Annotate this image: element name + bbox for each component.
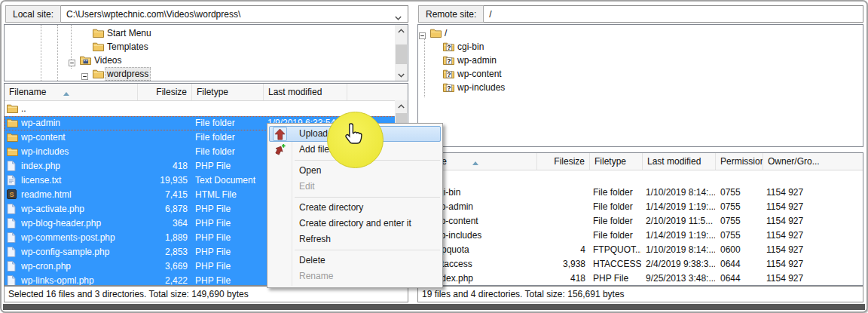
file-name: wp-cron.php — [21, 259, 137, 274]
menu-item-label: Rename — [299, 271, 333, 281]
tree-item-start-menu[interactable]: Start Menu — [5, 26, 408, 40]
tree-item-wp-admin[interactable]: ? wp-admin — [418, 54, 863, 67]
menu-item-edit[interactable]: Edit — [267, 179, 442, 195]
file-row--[interactable]: .. — [418, 171, 863, 186]
file-name: index.php — [21, 159, 137, 173]
local-site-path-combobox[interactable]: C:\Users\wptechnic.com\Videos\wordpress\ — [61, 5, 408, 23]
remote-status-bar: 19 files and 4 directories. Total size: … — [417, 286, 863, 302]
file-name: .ftpquota — [434, 243, 536, 257]
chevron-down-icon[interactable] — [395, 12, 402, 17]
file-type: PHP File — [195, 231, 269, 245]
scroll-up-icon[interactable] — [395, 25, 408, 36]
column-header-last-modified[interactable]: Last modified — [264, 84, 347, 100]
file-row-wp-admin[interactable]: wp-admin File folder 1/14/2019 1:19:... … — [418, 200, 863, 214]
menu-separator — [295, 250, 440, 250]
file-permissions: 0644 — [720, 257, 762, 272]
tree-item-wp-content[interactable]: ? wp-content — [418, 67, 863, 81]
horizontal-splitter-bar[interactable] — [3, 304, 865, 310]
menu-item-create-directory[interactable]: Create directory — [267, 200, 442, 216]
file-row--htaccess[interactable]: .htaccess 3,938 HTACCESS... 2/4/2019 9:3… — [418, 257, 863, 272]
folder-q-icon: ? — [443, 82, 454, 96]
menu-item-refresh[interactable]: Refresh — [267, 232, 442, 247]
local-list-header: Filename Filesize Filetype Last modified — [5, 84, 408, 101]
menu-item-label: Delete — [299, 255, 326, 265]
file-type: File folder — [593, 214, 641, 229]
file-row-wp-includes[interactable]: wp-includes File folder 1/14/2019 1:19:.… — [418, 229, 863, 243]
remote-file-list-pane: Name Filesize Filetype Last modified Per… — [417, 152, 863, 286]
local-site-label: Local site: — [5, 5, 61, 23]
svg-text:?: ? — [447, 71, 451, 78]
scroll-down-icon[interactable] — [395, 69, 408, 81]
file-modified: 1/10/2019 8:14:... — [646, 243, 715, 257]
file-name: wp-includes — [434, 229, 536, 243]
menu-item-label: Edit — [299, 181, 315, 192]
file-type: PHP File — [195, 245, 269, 259]
file-type: FTPQUOT... — [593, 243, 641, 257]
column-header-owner-group[interactable]: Owner/Gro... — [763, 153, 863, 170]
file-name: wp-content — [21, 130, 137, 145]
file-size: 2,422 — [138, 274, 188, 286]
expander-minus-icon[interactable] — [81, 70, 88, 81]
file-permissions: 0755 — [720, 229, 762, 243]
file-permissions: 0755 — [720, 200, 762, 214]
tree-item-label: cgi-bin — [455, 40, 486, 54]
tree-item-cgi-bin[interactable]: ? cgi-bin — [418, 40, 863, 54]
file-name: wp-activate.php — [21, 202, 137, 216]
file-type: HTML File — [195, 188, 269, 202]
tree-item-wp-includes[interactable]: ? wp-includes — [418, 81, 863, 94]
file-size: 3,938 — [537, 257, 585, 272]
file-size: 418 — [138, 159, 188, 173]
menu-item-icon — [273, 180, 287, 194]
column-header-filesize[interactable]: Filesize — [537, 153, 590, 170]
file-owner-group: 1154 927 — [766, 272, 863, 286]
file-modified: 1/10/2019 8:14:... — [646, 186, 715, 200]
file-name: wp-links-opml.php — [21, 274, 137, 286]
file-name: cgi-bin — [434, 186, 536, 200]
local-tree-scrollbar[interactable] — [395, 25, 408, 81]
file-type: File folder — [195, 145, 269, 159]
column-header-filetype[interactable]: Filetype — [192, 84, 264, 100]
menu-item-label: Create directory and enter it — [299, 218, 411, 229]
column-header-permissions[interactable]: Permissions — [716, 153, 763, 170]
click-highlight-circle — [327, 112, 384, 168]
menu-item-icon — [273, 269, 287, 284]
file-row--[interactable]: .. — [5, 102, 396, 116]
file-name: wp-admin — [21, 116, 137, 130]
scrollbar-thumb[interactable] — [396, 44, 407, 64]
remote-status-text: 19 files and 4 directories. Total size: … — [422, 289, 625, 299]
remote-site-path-combobox[interactable]: / — [484, 5, 863, 23]
file-row-cgi-bin[interactable]: cgi-bin File folder 1/10/2019 8:14:... 0… — [418, 186, 863, 200]
local-status-bar: Selected 16 files and 3 directories. Tot… — [4, 286, 408, 302]
file-row-wp-content[interactable]: wp-content File folder 2/10/2019 11:5...… — [418, 214, 863, 229]
tree-item-wordpress[interactable]: wordpress — [5, 67, 408, 81]
column-header-last-modified[interactable]: Last modified — [643, 153, 716, 170]
file-type: PHP File — [195, 216, 269, 231]
menu-separator — [295, 197, 440, 198]
scroll-up-icon[interactable] — [395, 100, 408, 112]
file-type: File folder — [195, 116, 269, 130]
tree-item--[interactable]: / — [418, 26, 863, 40]
column-header-filename[interactable]: Filename — [5, 84, 138, 100]
file-size: 19,935 — [138, 173, 188, 188]
file-name: .. — [434, 171, 536, 186]
file-size: 3,669 — [138, 259, 188, 274]
file-name: index.php — [434, 272, 536, 286]
file-row--ftpquota[interactable]: .ftpquota 4 FTPQUOT... 1/10/2019 8:14:..… — [418, 243, 863, 257]
menu-item-icon — [273, 164, 287, 178]
menu-item-create-directory-and-enter-it[interactable]: Create directory and enter it — [267, 216, 442, 232]
queue-arrow-icon — [273, 143, 287, 157]
tree-item-templates[interactable]: Templates — [5, 40, 408, 54]
column-header-filetype[interactable]: Filetype — [590, 153, 643, 170]
tree-item-label: wordpress — [105, 67, 151, 81]
file-type: PHP File — [195, 159, 269, 173]
menu-item-delete[interactable]: Delete — [267, 253, 442, 269]
file-name: readme.html — [21, 188, 137, 202]
file-modified: 2/4/2019 9:38:3... — [646, 257, 715, 272]
file-size: 2,853 — [138, 245, 188, 259]
remote-site-label: Remote site: — [418, 5, 484, 23]
column-header-filesize[interactable]: Filesize — [138, 84, 192, 100]
tree-item-videos[interactable]: Videos — [5, 54, 408, 67]
file-row-index-php[interactable]: index.php 418 PHP File 9/25/2013 3:48:..… — [418, 272, 863, 286]
menu-item-rename[interactable]: Rename — [267, 269, 442, 284]
file-type: PHP File — [195, 202, 269, 216]
